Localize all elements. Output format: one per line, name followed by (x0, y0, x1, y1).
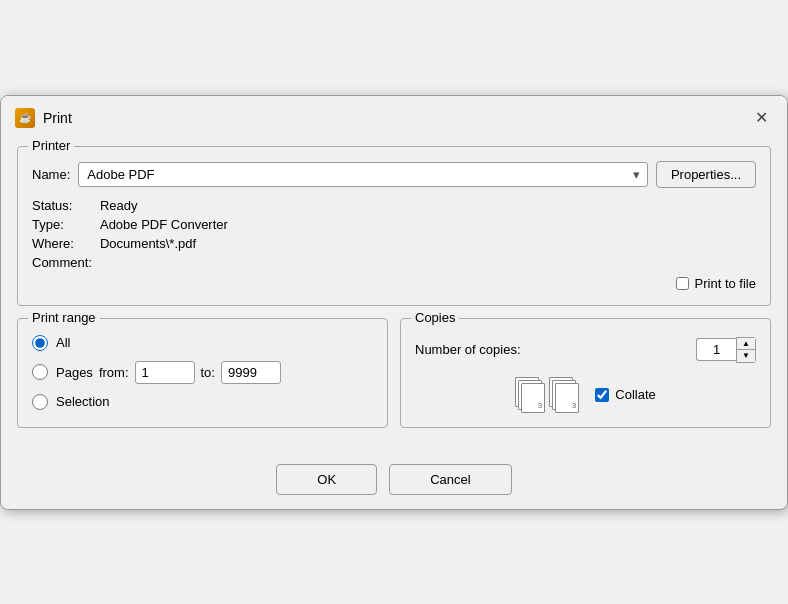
where-label: Where: (32, 236, 92, 251)
print-to-file-checkbox[interactable] (676, 277, 689, 290)
title-bar: ☕ Print ✕ (1, 96, 787, 138)
collate-checkbox[interactable] (595, 388, 609, 402)
copies-input[interactable] (696, 338, 736, 361)
print-range-radio-group: All Pages from: to: (32, 335, 373, 410)
printer-info-rows: Status: Ready Type: Adobe PDF Converter … (32, 198, 756, 270)
collate-icon-2: 3 2 1 (549, 377, 579, 413)
print-to-file-row: Print to file (32, 276, 756, 291)
status-label: Status: (32, 198, 92, 213)
printer-section-label: Printer (28, 138, 74, 153)
selection-radio-label[interactable]: Selection (56, 394, 109, 409)
pages-radio-label[interactable]: Pages (56, 365, 93, 380)
printer-name-row: Name: Adobe PDF Properties... (32, 161, 756, 188)
print-range-label: Print range (28, 310, 100, 325)
bottom-sections: Print range All Pages from: (17, 318, 771, 440)
where-value: Documents\*.pdf (100, 236, 756, 251)
close-button[interactable]: ✕ (749, 106, 773, 130)
to-input[interactable] (221, 361, 281, 384)
type-label: Type: (32, 217, 92, 232)
print-dialog: ☕ Print ✕ Printer Name: Adobe PDF Proper… (0, 95, 788, 510)
ok-button[interactable]: OK (276, 464, 377, 495)
from-label: from: (99, 365, 129, 380)
copies-number-label: Number of copies: (415, 342, 688, 357)
dialog-body: Printer Name: Adobe PDF Properties... St… (1, 138, 787, 456)
selection-radio[interactable] (32, 394, 48, 410)
pages-radio[interactable] (32, 364, 48, 380)
comment-label: Comment: (32, 255, 92, 270)
copies-section: Copies Number of copies: ▲ ▼ (400, 318, 771, 428)
title-bar-left: ☕ Print (15, 108, 72, 128)
dialog-title: Print (43, 110, 72, 126)
from-input[interactable] (135, 361, 195, 384)
collate-check-row: Collate (595, 387, 655, 402)
printer-section: Printer Name: Adobe PDF Properties... St… (17, 146, 771, 306)
collate-label[interactable]: Collate (615, 387, 655, 402)
all-radio-item: All (32, 335, 373, 351)
print-range-section: Print range All Pages from: (17, 318, 388, 428)
cancel-button[interactable]: Cancel (389, 464, 511, 495)
properties-button[interactable]: Properties... (656, 161, 756, 188)
dialog-footer: OK Cancel (1, 456, 787, 509)
copies-spinner: ▲ ▼ (696, 337, 756, 363)
selection-radio-item: Selection (32, 394, 373, 410)
collate-area: 3 2 1 3 2 1 (415, 377, 756, 413)
printer-name-label: Name: (32, 167, 70, 182)
copies-content: Number of copies: ▲ ▼ (415, 337, 756, 413)
copies-row: Number of copies: ▲ ▼ (415, 337, 756, 363)
spinner-down-button[interactable]: ▼ (737, 350, 755, 362)
print-to-file-label[interactable]: Print to file (695, 276, 756, 291)
copies-section-label: Copies (411, 310, 459, 325)
all-radio-label[interactable]: All (56, 335, 70, 350)
collate-icons: 3 2 1 3 2 1 (515, 377, 579, 413)
pages-radio-item: Pages from: to: (32, 361, 373, 384)
to-label: to: (201, 365, 215, 380)
all-radio[interactable] (32, 335, 48, 351)
java-icon: ☕ (15, 108, 35, 128)
status-value: Ready (100, 198, 756, 213)
type-value: Adobe PDF Converter (100, 217, 756, 232)
pages-row: Pages from: to: (56, 361, 281, 384)
collate-icon-1: 3 2 1 (515, 377, 545, 413)
spinner-buttons: ▲ ▼ (736, 337, 756, 363)
spinner-up-button[interactable]: ▲ (737, 338, 755, 350)
printer-select[interactable]: Adobe PDF (78, 162, 648, 187)
printer-select-wrapper[interactable]: Adobe PDF (78, 162, 648, 187)
